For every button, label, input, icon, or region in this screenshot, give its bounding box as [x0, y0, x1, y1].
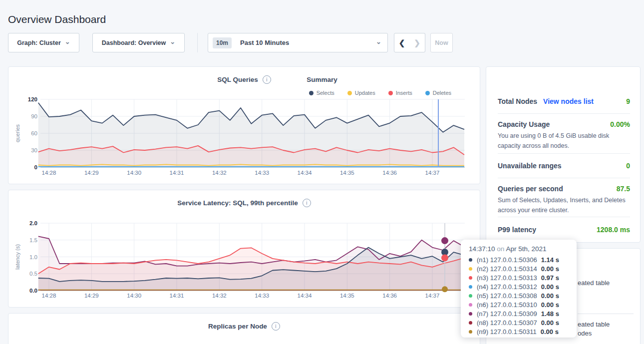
total-nodes-value: 9 — [626, 97, 630, 105]
x-axis-tick-label: 14:36 — [382, 293, 397, 299]
x-axis-tick-label: 14:34 — [298, 293, 312, 299]
dashboard-dropdown[interactable]: Dashboard: Overview ⌄ — [92, 33, 185, 52]
capacity-usage-value: 0.00% — [610, 120, 630, 128]
queries-per-second-label: Queries per second — [498, 185, 563, 193]
tooltip-node-row: (n8) 127.0.0.1:503070.00 s — [469, 318, 570, 327]
event-item-clipped[interactable]: odes — [578, 330, 592, 337]
x-axis-tick-label: 14:28 — [42, 293, 56, 299]
event-item-clipped[interactable]: eated table — [578, 279, 610, 287]
info-icon[interactable]: i — [272, 322, 280, 331]
capacity-usage-label: Capacity Usage — [498, 120, 550, 128]
y-axis-label: latency (s) — [14, 244, 20, 270]
total-nodes-label: Total Nodes — [498, 97, 537, 105]
unavailable-ranges-label: Unavailable ranges — [498, 162, 562, 170]
chevron-down-icon: ⌄ — [65, 40, 70, 44]
tooltip-node-value: 0.00 s — [541, 265, 559, 273]
p99-latency-label: P99 latency — [498, 226, 536, 234]
tooltip-node-value: 0.00 s — [541, 283, 559, 291]
events-divider — [578, 314, 634, 314]
tooltip-node-row: (n6) 127.0.0.1:503100.00 s — [469, 300, 570, 309]
node-color-dot — [469, 258, 472, 262]
x-axis-tick-label: 14:35 — [340, 293, 354, 299]
hover-point-n9 — [442, 286, 448, 292]
x-axis-tick-label: 14:37 — [425, 170, 440, 176]
p99-latency-value: 1208.0 ms — [597, 226, 630, 234]
y-axis-tick-label: 120 — [28, 96, 37, 102]
tooltip-node-value: 0.00 s — [541, 319, 559, 327]
tooltip-node-name: (n7) 127.0.0.1:50309 — [477, 310, 537, 318]
tooltip-node-row: (n3) 127.0.0.1:503130.97 s — [469, 273, 570, 282]
x-axis-tick-label: 14:30 — [127, 170, 141, 176]
time-prev-button[interactable]: ❮ — [394, 33, 410, 52]
tooltip-node-name: (n6) 127.0.0.1:50310 — [477, 301, 537, 309]
chevron-down-icon: ⌄ — [376, 40, 381, 44]
x-axis-tick-label: 14:29 — [84, 293, 99, 299]
tooltip-node-value: 0.00 s — [541, 292, 559, 300]
graph-dropdown-label: Graph: Cluster — [17, 39, 61, 46]
capacity-usage-description: You are using 0 B of 4.5 GiB usable disk… — [498, 131, 634, 151]
x-axis-tick-label: 14:32 — [212, 293, 227, 299]
y-axis-tick-label: 90 — [31, 113, 37, 119]
chevron-down-icon: ⌄ — [170, 40, 175, 44]
sql-queries-chart[interactable]: 030609012014:2814:2914:3014:3114:3214:33… — [8, 67, 481, 185]
tooltip-node-name: (n9) 127.0.0.1:50311 — [477, 328, 537, 336]
y-axis-tick-label: 0.0 — [29, 288, 37, 294]
tooltip-node-name: (n1) 127.0.0.1:50306 — [477, 256, 537, 264]
x-axis-tick-label: 14:37 — [425, 293, 440, 299]
node-color-dot — [469, 276, 472, 280]
summary-divider — [498, 217, 630, 217]
time-range-label: Past 10 Minutes — [240, 39, 289, 46]
event-item-clipped[interactable]: eated table — [578, 321, 610, 328]
tooltip-node-row: (n2) 127.0.0.1:503140.00 s — [469, 264, 570, 273]
tooltip-date: Apr 5th, 2021 — [506, 245, 546, 253]
tooltip-node-value: 0.00 s — [541, 301, 559, 309]
replicas-per-node-panel: Replicas per Node i — [8, 313, 480, 344]
x-axis-tick-label: 14:32 — [212, 170, 227, 176]
tooltip-node-name: (n5) 127.0.0.1:50308 — [477, 292, 537, 300]
y-axis-tick-label: 1.5 — [29, 237, 37, 243]
node-color-dot — [469, 294, 472, 298]
service-latency-chart[interactable]: 0.00.51.01.52.014:2814:2914:3014:3114:32… — [8, 190, 481, 308]
time-next-button[interactable]: ❯ — [409, 33, 425, 52]
x-axis-tick-label: 14:31 — [170, 170, 184, 176]
node-color-dot — [469, 330, 472, 334]
x-axis-tick-label: 14:31 — [170, 293, 184, 299]
graph-dropdown[interactable]: Graph: Cluster ⌄ — [8, 33, 79, 52]
y-axis-tick-label: 1.0 — [29, 254, 37, 260]
queries-per-second-description: Sum of Selects, Updates, Inserts, and De… — [498, 195, 634, 215]
time-range-dropdown[interactable]: 10m Past 10 Minutes ⌄ — [208, 33, 388, 52]
summary-row-p99-latency: P99 latency 1208.0 ms — [498, 226, 630, 234]
summary-divider — [498, 178, 630, 178]
y-axis-tick-label: 0.5 — [29, 271, 37, 277]
view-nodes-list-link[interactable]: View nodes list — [543, 97, 594, 105]
tooltip-node-name: (n2) 127.0.0.1:50314 — [477, 265, 537, 273]
y-axis-tick-label: 30 — [31, 147, 37, 153]
chevron-right-icon: ❯ — [414, 38, 420, 47]
toolbar-divider — [197, 33, 198, 52]
node-color-dot — [469, 312, 472, 316]
y-axis-tick-label: 60 — [31, 130, 37, 136]
page-title: Overview Dashboard — [8, 13, 106, 25]
hover-point-n3 — [441, 255, 448, 262]
dashboard-dropdown-label: Dashboard: Overview — [102, 39, 166, 46]
service-latency-panel: Service Latency: SQL, 99th percentile i … — [8, 190, 480, 308]
y-axis-label: queries — [14, 124, 20, 142]
tooltip-on-word: on — [497, 245, 504, 253]
node-color-dot — [469, 267, 472, 271]
summary-title: Summary — [0, 76, 644, 83]
hover-point-n7 — [441, 237, 448, 244]
now-button[interactable]: Now — [430, 33, 453, 52]
x-axis-tick-label: 14:35 — [340, 170, 354, 176]
tooltip-node-name: (n8) 127.0.0.1:50307 — [477, 319, 537, 327]
x-axis-tick-label: 14:33 — [255, 170, 269, 176]
node-color-dot — [469, 285, 472, 289]
node-color-dot — [469, 321, 472, 325]
tooltip-timestamp: 14:37:10 on Apr 5th, 2021 — [469, 245, 570, 253]
y-axis-tick-label: 2.0 — [29, 220, 37, 226]
summary-row-total-nodes: Total Nodes View nodes list 9 — [498, 97, 630, 105]
tooltip-node-row: (n1) 127.0.0.1:503061.14 s — [469, 255, 570, 264]
summary-row-capacity-usage: Capacity Usage 0.00% — [498, 120, 630, 128]
x-axis-tick-label: 14:34 — [298, 170, 312, 176]
tooltip-node-value: 1.48 s — [541, 310, 559, 318]
y-axis-tick-label: 0 — [34, 164, 37, 170]
